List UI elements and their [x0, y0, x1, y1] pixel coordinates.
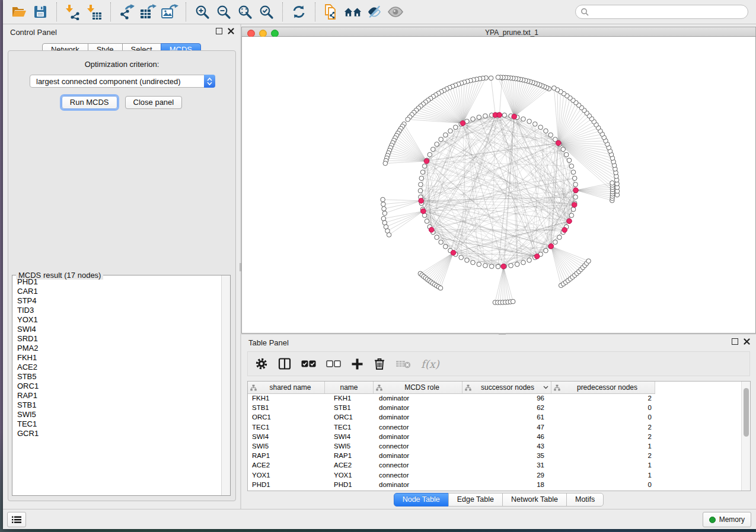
column-header-successor-nodes[interactable]: successor nodes [462, 382, 551, 393]
table-cell: 0 [551, 481, 655, 488]
column-header-predecessor-nodes[interactable]: predecessor nodes [551, 382, 655, 393]
tab-motifs[interactable]: Motifs [566, 493, 604, 507]
zoom-in-icon[interactable] [193, 3, 211, 21]
mcds-result-item[interactable]: SRD1 [17, 334, 222, 344]
table-row[interactable]: ACE2ACE2connector311 [248, 460, 742, 470]
open-file-icon[interactable] [10, 3, 28, 21]
network-canvas[interactable] [241, 37, 756, 334]
export-table-icon[interactable] [139, 3, 157, 21]
mcds-result-item[interactable]: STP4 [17, 296, 222, 306]
delete-column-icon[interactable] [374, 357, 385, 370]
table-row[interactable]: PHD1PHD1dominator180 [248, 480, 742, 489]
save-session-icon[interactable] [31, 3, 49, 21]
table-cell: 29 [462, 472, 551, 479]
search-input[interactable] [575, 5, 748, 19]
run-mcds-button[interactable]: Run MCDS [62, 96, 117, 109]
function-builder-icon: f(x) [421, 358, 439, 370]
table-cell: 0 [551, 414, 655, 421]
mcds-result-item[interactable]: STB1 [17, 400, 222, 410]
mcds-result-item[interactable]: SWI5 [17, 410, 222, 419]
toolbar-separator [56, 2, 57, 21]
table-row[interactable]: SWI4SWI4dominator462 [248, 432, 742, 441]
import-network-icon[interactable] [64, 3, 82, 21]
graphics-details-icon[interactable] [365, 3, 383, 21]
import-table-icon[interactable] [85, 3, 103, 21]
add-column-icon[interactable] [351, 358, 363, 370]
table-row[interactable]: ORC1ORC1dominator610 [248, 412, 742, 422]
zoom-out-icon[interactable] [215, 3, 232, 21]
network-graph [242, 37, 755, 333]
table-cell: FKH1 [325, 395, 374, 402]
app-window: Control Panel Network Style Select MCDS … [3, 0, 756, 529]
table-cell: STB1 [325, 404, 374, 411]
export-image-icon[interactable] [161, 3, 178, 21]
toolbar-separator [282, 2, 283, 21]
table-cell: SWI4 [248, 433, 325, 440]
close-panel-icon[interactable] [228, 28, 234, 34]
column-header-MCDS-role[interactable]: MCDS role [374, 382, 462, 393]
table-cell: 1 [551, 443, 655, 450]
table-cell: 18 [462, 481, 551, 488]
task-list-icon [12, 516, 21, 524]
table-scrollbar[interactable] [741, 382, 750, 491]
mcds-result-item[interactable]: TID3 [17, 306, 222, 315]
table-cell: dominator [374, 481, 462, 488]
network-view-window: YPA_prune.txt_1 [241, 27, 756, 334]
mcds-result-item[interactable]: YOX1 [17, 315, 222, 325]
mcds-result-item[interactable]: STB5 [17, 372, 222, 382]
column-visibility-icon[interactable] [278, 358, 291, 370]
column-header-shared-name[interactable]: shared name [248, 382, 325, 393]
table-row[interactable]: FKH1FKH1dominator962 [248, 393, 742, 403]
float-panel-icon[interactable] [216, 28, 222, 34]
export-network-icon[interactable] [118, 3, 136, 21]
mcds-result-item[interactable]: PMA2 [17, 344, 222, 353]
table-cell: 62 [462, 404, 551, 411]
select-all-rows-icon[interactable] [301, 360, 316, 368]
first-neighbors-icon[interactable] [344, 3, 362, 21]
close-table-panel-icon[interactable] [744, 338, 750, 345]
zoom-window-icon[interactable] [271, 30, 279, 37]
mcds-result-item[interactable]: GCR1 [17, 429, 222, 438]
task-history-button[interactable] [7, 512, 26, 527]
mcds-result-item[interactable]: TEC1 [17, 419, 222, 429]
close-panel-button[interactable]: Close panel [125, 96, 183, 109]
memory-button[interactable]: Memory [703, 512, 751, 527]
deselect-all-rows-icon[interactable] [326, 360, 341, 368]
tab-node-table[interactable]: Node Table [394, 493, 449, 507]
table-cell: connector [374, 424, 462, 431]
network-window-titlebar[interactable]: YPA_prune.txt_1 [241, 27, 756, 37]
table-cell: 31 [462, 462, 551, 469]
mcds-list-scrollbar[interactable] [221, 275, 230, 495]
table-row[interactable]: STB1STB1dominator620 [248, 403, 742, 412]
table-row[interactable]: TEC1TEC1connector472 [248, 422, 742, 432]
mcds-result-item[interactable]: CAR1 [17, 287, 222, 296]
show-hide-eye-icon [387, 3, 404, 21]
column-header-name[interactable]: name [325, 382, 374, 393]
mcds-result-item[interactable]: FKH1 [17, 353, 222, 363]
mcds-result-item[interactable]: RAP1 [17, 391, 222, 400]
mcds-result-item[interactable]: SWI4 [17, 325, 222, 334]
zoom-fit-icon[interactable] [236, 3, 254, 21]
refresh-icon[interactable] [290, 3, 308, 21]
mcds-result-item[interactable]: PHD1 [17, 277, 222, 287]
tab-edge-table[interactable]: Edge Table [448, 493, 503, 507]
mcds-result-item[interactable]: ACE2 [17, 363, 222, 372]
duplicate-network-icon[interactable] [323, 3, 340, 21]
mcds-result-item[interactable]: ORC1 [17, 382, 222, 391]
tab-network-table[interactable]: Network Table [502, 493, 567, 507]
table-row[interactable]: YOX1YOX1connector291 [248, 470, 742, 480]
table-row[interactable]: RAP1RAP1dominator352 [248, 451, 742, 460]
float-table-panel-icon[interactable] [732, 338, 738, 345]
table-settings-gear-icon[interactable] [255, 357, 268, 370]
control-panel: Control Panel Network Style Select MCDS … [3, 24, 240, 509]
table-cell: SWI5 [325, 443, 374, 450]
table-row[interactable]: SWI5SWI5connector431 [248, 441, 742, 451]
table-cell: RAP1 [248, 452, 325, 459]
zoom-selected-icon[interactable] [257, 3, 275, 21]
optimization-criterion-select[interactable]: largest connected component (undirected) [30, 75, 215, 88]
table-cell: TEC1 [248, 424, 325, 431]
minimize-window-icon[interactable] [259, 30, 267, 37]
table-cell: 43 [462, 443, 551, 450]
close-window-icon[interactable] [247, 30, 255, 37]
table-scrollbar-thumb[interactable] [744, 388, 749, 437]
